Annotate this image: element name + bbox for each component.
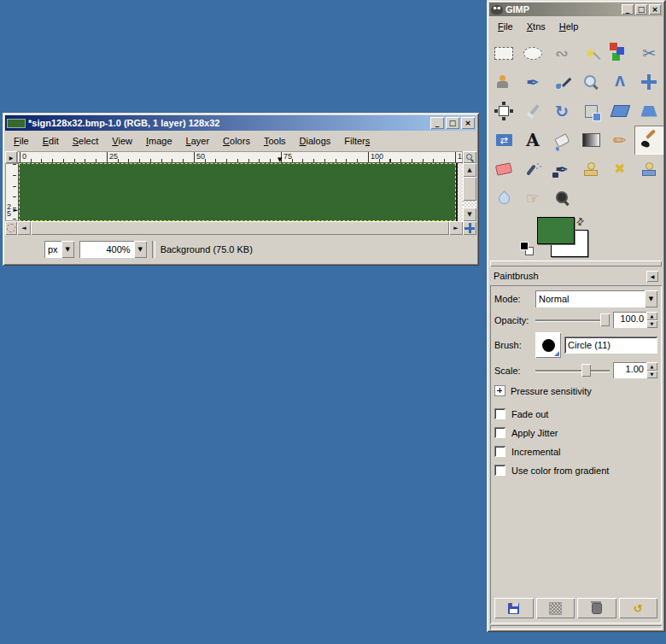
- scale-slider-thumb[interactable]: [581, 364, 591, 377]
- airbrush-tool[interactable]: [518, 155, 547, 184]
- fade-out-checkbox[interactable]: [494, 408, 505, 419]
- unit-dropdown-arrow-icon[interactable]: ▼: [61, 241, 74, 258]
- vertical-ruler[interactable]: 25 ►: [5, 163, 19, 221]
- move-tool[interactable]: [634, 67, 663, 97]
- measure-tool[interactable]: Λ: [605, 67, 634, 97]
- toolbox-minimize-button[interactable]: _: [622, 4, 634, 15]
- unit-dropdown[interactable]: px ▼: [44, 241, 74, 258]
- menu-file[interactable]: File: [7, 133, 36, 149]
- menu-colors[interactable]: Colors: [216, 133, 257, 149]
- menu-help[interactable]: Help: [552, 19, 586, 34]
- mode-dropdown-arrow-icon[interactable]: ▼: [645, 290, 657, 307]
- paintbrush-tool[interactable]: [634, 126, 663, 155]
- foreground-select-tool[interactable]: [489, 67, 518, 97]
- menu-view[interactable]: View: [105, 133, 139, 149]
- opacity-spinner[interactable]: 100.0 ▲ ▼: [613, 312, 657, 328]
- image-window-titlebar[interactable]: *sign128x32.bmp-1.0 (RGB, 1 layer) 128x3…: [5, 115, 476, 131]
- smudge-tool[interactable]: ☞: [518, 184, 547, 213]
- fuzzy-select-tool[interactable]: ✶: [576, 38, 605, 67]
- menu-file[interactable]: File: [491, 19, 520, 34]
- close-button[interactable]: ×: [461, 117, 475, 129]
- color-picker-tool[interactable]: [547, 67, 576, 97]
- menu-image[interactable]: Image: [139, 133, 179, 149]
- scroll-right-button[interactable]: ►: [449, 221, 463, 235]
- pencil-tool[interactable]: ✏: [605, 126, 634, 155]
- scale-spin-down-icon[interactable]: ▼: [646, 371, 657, 379]
- save-tool-options-button[interactable]: [494, 598, 534, 618]
- navigation-button[interactable]: [463, 221, 476, 235]
- ink-tool[interactable]: ✒: [547, 155, 576, 184]
- blur-sharpen-tool[interactable]: [489, 184, 518, 213]
- opacity-slider[interactable]: [535, 313, 610, 327]
- menu-layer[interactable]: Layer: [179, 133, 217, 149]
- align-tool[interactable]: [489, 97, 518, 126]
- clone-tool[interactable]: [576, 155, 605, 184]
- scale-spin-up-icon[interactable]: ▲: [646, 362, 657, 371]
- perspective-clone-tool[interactable]: [634, 155, 663, 184]
- gradient-tool[interactable]: [576, 126, 605, 155]
- vertical-scroll-thumb[interactable]: [463, 177, 476, 201]
- ellipse-select-tool[interactable]: [518, 38, 547, 67]
- use-color-from-gradient-checkbox[interactable]: [494, 465, 505, 476]
- maximize-button[interactable]: □: [446, 117, 459, 129]
- incremental-checkbox[interactable]: [494, 446, 505, 457]
- opacity-spin-down-icon[interactable]: ▼: [646, 320, 657, 329]
- toolbox-titlebar[interactable]: GIMP _ □ ×: [489, 3, 663, 16]
- delete-tool-options-button[interactable]: [577, 598, 616, 618]
- quick-mask-toggle[interactable]: [5, 221, 17, 235]
- eraser-tool[interactable]: [489, 155, 518, 184]
- free-select-tool[interactable]: ∾: [547, 38, 576, 67]
- zoom-dropdown-arrow-icon[interactable]: ▼: [134, 241, 147, 258]
- menu-select[interactable]: Select: [66, 133, 106, 149]
- brush-preview-button[interactable]: [535, 332, 561, 358]
- restore-tool-options-button[interactable]: [536, 598, 575, 618]
- rotate-tool[interactable]: ↻: [547, 97, 576, 126]
- select-by-color-tool[interactable]: [605, 38, 634, 67]
- scale-tool[interactable]: [576, 97, 605, 126]
- vertical-scrollbar[interactable]: ▲ ▼: [463, 163, 476, 221]
- swap-colors-icon[interactable]: ⇄: [574, 215, 587, 229]
- scale-spinner[interactable]: 1.00 ▲ ▼: [613, 362, 657, 378]
- zoom-fit-button[interactable]: [463, 151, 476, 163]
- toolbox-maximize-button[interactable]: □: [635, 4, 647, 15]
- scale-slider[interactable]: [535, 363, 610, 378]
- menu-tools[interactable]: Tools: [257, 133, 293, 149]
- rect-select-tool[interactable]: [489, 38, 518, 67]
- reset-tool-options-button[interactable]: ↺: [619, 598, 658, 618]
- zoom-dropdown[interactable]: 400% ▼: [79, 241, 147, 258]
- brush-name-field[interactable]: Circle (11): [564, 337, 657, 354]
- expander-plus-icon[interactable]: [494, 385, 505, 396]
- minimize-button[interactable]: _: [430, 117, 444, 129]
- heal-tool[interactable]: ✖: [605, 155, 634, 184]
- collapse-menu-button[interactable]: ◀: [646, 271, 658, 282]
- text-tool[interactable]: A: [518, 126, 547, 155]
- opacity-spin-up-icon[interactable]: ▲: [646, 312, 657, 320]
- apply-jitter-checkbox[interactable]: [494, 427, 505, 438]
- zoom-tool[interactable]: [576, 67, 605, 97]
- horizontal-ruler[interactable]: 025507510012 ▼: [17, 151, 463, 163]
- scroll-up-button[interactable]: ▲: [463, 163, 476, 177]
- scissors-tool[interactable]: ✂: [634, 38, 663, 67]
- ruler-menu-button[interactable]: ▶: [5, 151, 17, 163]
- opacity-slider-thumb[interactable]: [600, 313, 610, 326]
- menu-dialogs[interactable]: Dialogs: [293, 133, 338, 149]
- canvas[interactable]: [19, 163, 456, 221]
- foreground-color-swatch[interactable]: [537, 217, 575, 244]
- horizontal-scrollbar[interactable]: ◄ ►: [17, 221, 463, 235]
- scroll-down-button[interactable]: ▼: [463, 208, 476, 221]
- toolbox-close-button[interactable]: ×: [649, 4, 661, 15]
- shear-tool[interactable]: [605, 97, 634, 126]
- menu-xtns[interactable]: Xtns: [520, 19, 552, 34]
- dodge-burn-tool[interactable]: [547, 184, 576, 213]
- paths-tool[interactable]: ✒: [518, 67, 547, 97]
- flip-tool[interactable]: ⇄: [489, 126, 518, 155]
- menu-filters[interactable]: Filters: [337, 133, 377, 149]
- pressure-sensitivity-expander[interactable]: Pressure sensitivity: [494, 385, 657, 396]
- scroll-left-button[interactable]: ◄: [17, 221, 31, 235]
- perspective-tool[interactable]: [634, 97, 663, 126]
- menu-edit[interactable]: Edit: [36, 133, 66, 149]
- reset-colors-icon[interactable]: [520, 242, 534, 255]
- mode-dropdown[interactable]: Normal ▼: [535, 290, 657, 307]
- crop-tool[interactable]: [518, 97, 547, 126]
- bucket-fill-tool[interactable]: [547, 126, 576, 155]
